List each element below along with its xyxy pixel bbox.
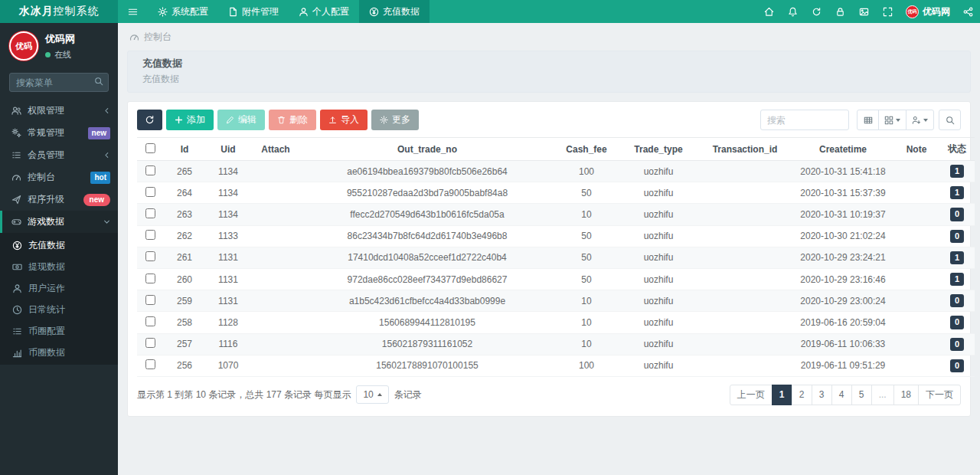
nav-item-attachment[interactable]: 附件管理 (218, 0, 289, 23)
sidebar-item-label: 游戏数据 (28, 215, 64, 228)
profile-name: 优码网 (45, 32, 75, 46)
row-checkbox[interactable] (145, 316, 155, 326)
fullscreen-icon (883, 7, 893, 17)
col-header-note[interactable]: Note (893, 138, 939, 161)
cell-transaction-id (697, 312, 792, 333)
table-row[interactable]: 257 1116 156021879311161052 10 uozhifu 2… (137, 333, 975, 355)
recharge-data-table: Id Uid Attach Out_trade_no Cash_fee Trad… (137, 137, 975, 377)
edit-button[interactable]: 编辑 (217, 110, 265, 130)
table-row[interactable]: 261 1131 17410dcd10408a52cceef1d2722c40b… (137, 247, 975, 268)
refresh-button[interactable] (805, 0, 828, 23)
page-size-select[interactable]: 10 (356, 385, 388, 404)
table-row[interactable]: 259 1131 a1b5c423d61cfbefcc4a4d33bab0999… (137, 290, 975, 312)
import-button[interactable]: 导入 (320, 110, 368, 130)
share-button[interactable] (956, 0, 980, 23)
sidebar-toggle-button[interactable] (118, 0, 148, 23)
select-all-checkbox[interactable] (145, 143, 155, 153)
row-checkbox[interactable] (145, 295, 155, 305)
cell-note (893, 182, 939, 204)
cell-cash-fee: 100 (554, 161, 619, 182)
delete-button-label: 删除 (289, 113, 308, 126)
nav-item-profile-config[interactable]: 个人配置 (289, 0, 359, 23)
col-header-id[interactable]: Id (163, 138, 206, 161)
sidebar-item-recharge-data[interactable]: 充值数据 (0, 234, 118, 256)
col-header-trade-type[interactable]: Trade_type (619, 138, 697, 161)
row-checkbox[interactable] (145, 165, 155, 175)
row-checkbox[interactable] (145, 208, 155, 218)
nav-item-system-config[interactable]: 系统配置 (148, 0, 218, 23)
row-checkbox[interactable] (145, 251, 155, 261)
delete-button[interactable]: 删除 (269, 110, 316, 130)
sidebar-menu: 权限管理 常规管理 new 会员管理 控制台 hot 程序升级 new 游戏数据 (0, 100, 118, 365)
col-header-out-trade-no[interactable]: Out_trade_no (301, 138, 554, 161)
col-header-status[interactable]: 状态 (939, 138, 975, 161)
sidebar-item-user-operations[interactable]: 用户运作 (0, 277, 118, 299)
brand-logo-link[interactable]: 优码 优码网 (900, 0, 956, 23)
table-row[interactable]: 256 1070 15602178891070100155 100 uozhif… (137, 355, 975, 376)
nav-item-recharge-data[interactable]: 充值数据 (359, 0, 430, 23)
cell-trade-type: uozhifu (619, 290, 697, 312)
show-search-button[interactable] (939, 110, 961, 130)
sidebar-item-coin-data[interactable]: 币圈数据 (0, 342, 118, 363)
sidebar-item-upgrade[interactable]: 程序升级 new (0, 188, 118, 211)
add-button[interactable]: 添加 (166, 110, 214, 130)
table-row[interactable]: 260 1131 972dae86cc028eef734377d9ebd8662… (137, 268, 975, 290)
pagination-prev[interactable]: 上一页 (730, 385, 773, 405)
columns-button[interactable] (878, 110, 906, 130)
pagination-page-4[interactable]: 4 (831, 385, 852, 405)
pagination-page-3[interactable]: 3 (812, 385, 832, 405)
col-header-attach[interactable]: Attach (250, 138, 301, 161)
more-button[interactable]: 更多 (371, 110, 419, 130)
fullscreen-button[interactable] (876, 0, 900, 23)
row-checkbox[interactable] (145, 359, 155, 369)
col-header-cash-fee[interactable]: Cash_fee (554, 138, 619, 161)
share-icon (963, 7, 973, 17)
cell-transaction-id (697, 225, 792, 247)
pagination-page-1[interactable]: 1 (772, 385, 792, 405)
sidebar-item-coin-config[interactable]: 币圈配置 (0, 320, 118, 342)
pagination-page-2[interactable]: 2 (792, 385, 812, 405)
cell-createtime: 2020-10-31 15:41:18 (792, 161, 893, 182)
refresh-table-button[interactable] (137, 110, 162, 130)
col-header-createtime[interactable]: Createtime (792, 138, 893, 161)
sidebar-item-permissions[interactable]: 权限管理 (0, 100, 118, 122)
col-header-uid[interactable]: Uid (206, 138, 250, 161)
sidebar-item-game-data[interactable]: 游戏数据 (0, 211, 118, 233)
online-status-label: 在线 (54, 49, 71, 61)
sidebar-item-withdraw-data[interactable]: 提现数据 (0, 256, 118, 277)
plus-icon (175, 116, 183, 124)
sidebar-item-general[interactable]: 常规管理 new (0, 122, 118, 144)
breadcrumb-label[interactable]: 控制台 (144, 31, 172, 44)
table-row[interactable]: 262 1133 86c23434b7b8fc64d2d61740b3e496b… (137, 225, 975, 247)
users-icon (11, 106, 21, 116)
pagination-page-18[interactable]: 18 (893, 385, 919, 405)
pagination-page-5[interactable]: 5 (851, 385, 872, 405)
cell-out-trade-no: 15602178891070100155 (301, 355, 554, 376)
cell-transaction-id (697, 333, 792, 355)
upload-icon (328, 116, 337, 124)
toggle-view-button[interactable] (857, 110, 879, 130)
cell-trade-type: uozhifu (619, 204, 697, 225)
cell-attach (250, 182, 301, 204)
table-row[interactable]: 263 1134 ffecc2d270549d643b1b0616fc5da05… (137, 204, 975, 225)
home-button[interactable] (757, 0, 781, 23)
col-header-transaction-id[interactable]: Transaction_id (697, 138, 792, 161)
row-checkbox[interactable] (145, 187, 155, 197)
table-row[interactable]: 258 1128 1560689944112810195 10 uozhifu … (137, 312, 975, 333)
add-button-label: 添加 (187, 113, 205, 126)
gallery-button[interactable] (852, 0, 876, 23)
sidebar-item-console[interactable]: 控制台 hot (0, 166, 118, 188)
table-row[interactable]: 265 1134 ae06194bbea169379b80fcb506e26b6… (137, 161, 975, 182)
status-badge: 1 (950, 251, 964, 264)
lock-button[interactable] (828, 0, 852, 23)
sidebar-item-members[interactable]: 会员管理 (0, 144, 118, 166)
notifications-button[interactable] (781, 0, 805, 23)
table-search-input[interactable] (760, 110, 849, 130)
row-checkbox[interactable] (145, 274, 155, 283)
row-checkbox[interactable] (145, 338, 155, 348)
table-row[interactable]: 264 1134 955210287edaa2d3bd7a9005babf84a… (137, 182, 975, 204)
pagination-next[interactable]: 下一页 (918, 385, 961, 405)
sidebar-item-daily-stats[interactable]: 日常统计 (0, 299, 118, 320)
export-button[interactable] (906, 110, 934, 130)
row-checkbox[interactable] (145, 230, 155, 240)
